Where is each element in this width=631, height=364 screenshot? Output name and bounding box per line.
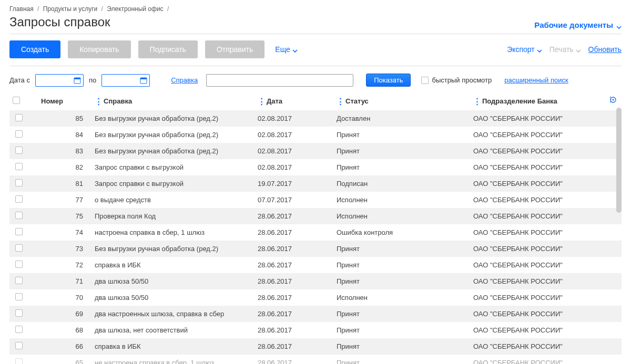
select-all-checkbox[interactable] <box>13 97 20 104</box>
refresh-link[interactable]: Обновить <box>588 45 622 54</box>
cell-bank: ОАО "СБЕРБАНК РОССИИ" <box>470 322 622 338</box>
row-checkbox[interactable] <box>15 358 23 364</box>
cell-date: 28.06.2017 <box>255 289 333 306</box>
column-number[interactable]: Номер <box>28 92 91 110</box>
table-row[interactable]: 73Без выгрузки ручная обработка (ред.2)2… <box>9 241 622 257</box>
cell-status: Принят <box>333 257 470 273</box>
table-row[interactable]: 66справка в ИБК28.06.2017ПринятОАО "СБЕР… <box>9 338 622 355</box>
cell-spravka: два шлюза 50/50 <box>91 273 255 289</box>
vertical-scrollbar[interactable] <box>616 108 622 213</box>
breadcrumb: Главная / Продукты и услуги / Электронны… <box>9 5 622 13</box>
cell-bank: ОАО "СБЕРБАНК РОССИИ" <box>470 273 622 289</box>
row-checkbox[interactable] <box>15 147 23 154</box>
cell-number: 71 <box>28 273 91 289</box>
cell-bank: ОАО "СБЕРБАНК РОССИИ" <box>470 241 622 257</box>
row-checkbox[interactable] <box>15 130 23 138</box>
column-date[interactable]: Дата <box>255 92 333 110</box>
breadcrumb-home[interactable]: Главная <box>9 5 34 13</box>
row-checkbox[interactable] <box>15 309 23 317</box>
cell-date: 28.06.2017 <box>255 306 333 322</box>
column-bank[interactable]: Подразделение Банка <box>470 92 622 110</box>
date-from-input[interactable] <box>35 74 84 87</box>
date-from-label: Дата с <box>9 76 30 84</box>
row-checkbox[interactable] <box>15 326 23 333</box>
cell-bank: ОАО "СБЕРБАНК РОССИИ" <box>470 175 622 192</box>
send-button[interactable]: Отправить <box>205 40 264 58</box>
table-row[interactable]: 77о выдаче средств07.07.2017ИсполненОАО … <box>9 192 622 208</box>
column-spravka[interactable]: Справка <box>91 92 255 110</box>
cell-status: Ошибка контроля <box>333 224 470 241</box>
table-row[interactable]: 70два шлюза 50/5028.06.2017ИсполненОАО "… <box>9 289 622 306</box>
row-checkbox[interactable] <box>15 277 23 284</box>
table-row[interactable]: 82Запрос справки с выгрузкой02.08.2017Пр… <box>9 159 622 175</box>
cell-spravka: Запрос справки с выгрузкой <box>91 159 255 175</box>
cell-date: 02.08.2017 <box>255 143 333 159</box>
table-row[interactable]: 72справка в ИБК28.06.2017ПринятОАО "СБЕР… <box>9 257 622 273</box>
row-checkbox[interactable] <box>15 163 23 170</box>
cell-date: 02.08.2017 <box>255 159 333 175</box>
row-checkbox[interactable] <box>15 228 23 235</box>
export-dropdown[interactable]: Экспорт <box>507 45 542 54</box>
table-row[interactable]: 68два шлюза, нет соответствий28.06.2017П… <box>9 322 622 338</box>
cell-date: 28.06.2017 <box>255 355 333 364</box>
chevron-down-icon <box>616 23 622 28</box>
quick-view-checkbox[interactable] <box>421 77 429 84</box>
cell-status: Исполнен <box>333 208 470 224</box>
breadcrumb-products[interactable]: Продукты и услуги <box>43 5 98 13</box>
cell-spravka: Без выгрузки ручная обработка (ред.2) <box>91 110 255 127</box>
table-row[interactable]: 81Запрос справки с выгрузкой19.07.2017По… <box>9 175 622 192</box>
table-row[interactable]: 71два шлюза 50/5028.06.2017ПринятОАО "СБ… <box>9 273 622 289</box>
cell-status: Принят <box>333 159 470 175</box>
page-title: Запросы справок <box>9 15 110 29</box>
sign-button[interactable]: Подписать <box>138 40 198 58</box>
cell-date: 02.08.2017 <box>255 110 333 127</box>
row-checkbox[interactable] <box>15 293 23 300</box>
table-row[interactable]: 75Проверка поля Код28.06.2017ИсполненОАО… <box>9 208 622 224</box>
date-to-input[interactable] <box>101 74 150 87</box>
row-checkbox[interactable] <box>15 244 23 252</box>
row-checkbox[interactable] <box>15 342 23 349</box>
row-checkbox[interactable] <box>15 179 23 186</box>
cell-spravka: два шлюза 50/50 <box>91 289 255 306</box>
row-checkbox[interactable] <box>15 212 23 219</box>
cell-spravka: Запрос справки с выгрузкой <box>91 175 255 192</box>
chevron-down-icon <box>292 47 298 52</box>
spravka-input[interactable] <box>206 74 353 87</box>
row-checkbox[interactable] <box>15 261 23 268</box>
cell-date: 07.07.2017 <box>255 192 333 208</box>
working-documents-dropdown[interactable]: Рабочие документы <box>534 20 622 29</box>
table-row[interactable]: 69два настроенных шлюза, справка в сбер2… <box>9 306 622 322</box>
cell-bank: ОАО "СБЕРБАНК РОССИИ" <box>470 110 622 127</box>
row-checkbox[interactable] <box>15 114 23 121</box>
breadcrumb-office[interactable]: Электронный офис <box>107 5 163 13</box>
table-row[interactable]: 83Без выгрузки ручная обработка (ред.2)0… <box>9 143 622 159</box>
advanced-search-link[interactable]: расширенный поиск <box>504 76 568 84</box>
cell-status: Принят <box>333 273 470 289</box>
create-button[interactable]: Создать <box>9 40 60 58</box>
cell-number: 74 <box>28 224 91 241</box>
cell-bank: ОАО "СБЕРБАНК РОССИИ" <box>470 338 622 355</box>
more-dropdown[interactable]: Еще <box>275 45 298 54</box>
table-row[interactable]: 74настроена справка в сбер, 1 шлюз28.06.… <box>9 224 622 241</box>
cell-date: 02.08.2017 <box>255 127 333 143</box>
cell-spravka: Без выгрузки ручная обработка (ред.2) <box>91 127 255 143</box>
cell-bank: ОАО "СБЕРБАНК РОССИИ" <box>470 143 622 159</box>
copy-button[interactable]: Копировать <box>68 40 130 58</box>
cell-bank: ОАО "СБЕРБАНК РОССИИ" <box>470 257 622 273</box>
table-row[interactable]: 85Без выгрузки ручная обработка (ред.2)0… <box>9 110 622 127</box>
cell-status: Принят <box>333 355 470 364</box>
table-row[interactable]: 65не настроена справка в сбер, 1 шлюз28.… <box>9 355 622 364</box>
column-status[interactable]: Статус <box>333 92 470 110</box>
spravka-link[interactable]: Справка <box>171 76 198 84</box>
cell-bank: ОАО "СБЕРБАНК РОССИИ" <box>470 355 622 364</box>
print-dropdown[interactable]: Печать <box>549 45 581 54</box>
table-row[interactable]: 84Без выгрузки ручная обработка (ред.2)0… <box>9 127 622 143</box>
cell-status: Принят <box>333 241 470 257</box>
chevron-down-icon <box>576 47 581 52</box>
cell-date: 28.06.2017 <box>255 273 333 289</box>
cell-status: Принят <box>333 322 470 338</box>
show-button[interactable]: Показать <box>366 74 411 87</box>
cell-number: 65 <box>28 355 91 364</box>
row-checkbox[interactable] <box>15 195 23 203</box>
svg-rect-1 <box>74 78 80 79</box>
